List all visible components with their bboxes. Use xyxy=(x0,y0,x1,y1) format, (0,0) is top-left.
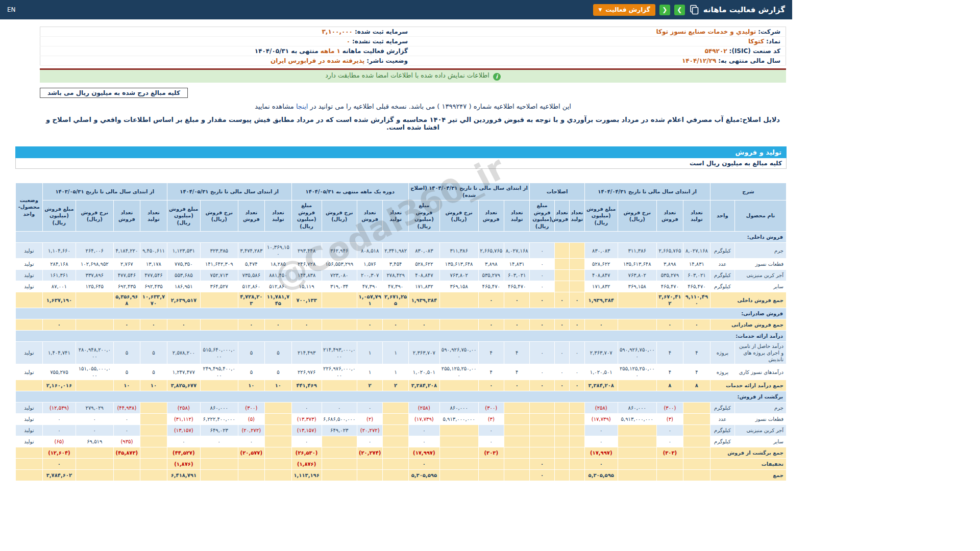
value-cell: ۳۶۴,۵۲۷ xyxy=(200,281,238,292)
value-cell: ۱ xyxy=(383,342,408,364)
value-cell: ۴۷,۳۹۰ xyxy=(357,281,382,292)
company-info-cell: وضعیت ناشر:پذیرفته شده در فرابورس ایران xyxy=(40,56,413,66)
correction-reason: دلایل اصلاح:مبلغ آب مصرفي اعلام شده در م… xyxy=(40,116,786,131)
column-group-header: از ابتدای سال مالی تا تاریخ ۱۴۰۴/۰۴/۳۱ (… xyxy=(408,183,530,201)
value-cell: (۳) xyxy=(478,414,504,425)
value-cell: ۰ xyxy=(357,319,382,331)
unit-cell: کیلوگرم xyxy=(710,403,734,414)
value-cell xyxy=(265,436,292,447)
value-cell: ۱۷۱,۸۳۲ xyxy=(584,281,618,292)
value-cell: ۰ xyxy=(383,319,408,331)
info-value: ۵۴۹۲۰۲ xyxy=(705,47,727,55)
value-cell: ۸۸۱,۴۵۰ xyxy=(265,270,292,281)
value-cell: ۰ xyxy=(167,319,200,331)
value-cell: ۴۷۷,۵۴۶ xyxy=(113,270,140,281)
value-cell xyxy=(618,470,656,481)
value-cell: ۱۴,۸۳۱ xyxy=(504,259,529,270)
value-cell xyxy=(383,414,408,425)
column-header: مبلغ فروش (میلیون ریال) xyxy=(408,201,439,232)
value-cell: ۶,۲۲۲,۴۰۰,۰۰۰ xyxy=(200,414,238,425)
value-cell: ۱ xyxy=(357,364,382,380)
value-cell xyxy=(140,470,167,481)
status-cell: تولید xyxy=(16,243,43,259)
value-cell: ۳,۳۸۴,۲۰۸ xyxy=(408,380,439,391)
value-cell: ۵,۳۰۵,۵۹۵ xyxy=(584,470,618,481)
info-label: شرکت: xyxy=(758,28,780,35)
value-cell: ۰ xyxy=(42,459,76,470)
info-label: سرمایه ثبت شده: xyxy=(355,28,408,35)
amounts-unit-box: کلیه مبالغ درج شده به میلیون ریال می باش… xyxy=(40,88,188,98)
notice-text: اطلاعات نمایش داده شده با اطلاعات امضا ش… xyxy=(325,71,489,79)
product-row: آجر کربن منیزیتیکیلوگرم۰۰۰۰(۲۰,۲۷۲)۶۴۹,۰… xyxy=(16,425,787,436)
production-sales-section: تولید و فروش کلیه مبالغ به میلیون ریال ا… xyxy=(15,146,787,481)
column-header: مبلغ فروش (میلیون ریال) xyxy=(42,201,76,232)
unit-cell: پروژه xyxy=(710,342,734,364)
value-cell xyxy=(439,425,478,436)
value-cell: ۲۵۵,۱۲۵,۲۵۰,۰۰۰ xyxy=(618,364,656,380)
value-cell xyxy=(76,470,113,481)
value-cell: ۷۶۳,۸۰۲ xyxy=(439,270,478,281)
value-cell: ۵ xyxy=(265,364,292,380)
company-info-cell: سال مالی منتهی به:۱۴۰۴/۱۲/۲۹ xyxy=(413,56,786,66)
value-cell xyxy=(238,459,265,470)
value-cell xyxy=(554,459,569,470)
value-cell: ۲۸۴,۱۶۸ xyxy=(42,259,76,270)
value-cell: ۳۱۱,۳۸۶ xyxy=(439,243,478,259)
product-name-cell: جرم xyxy=(735,403,787,414)
value-cell: ۵ xyxy=(113,364,140,380)
section-label: درآمد ارائه خدمات: xyxy=(16,331,787,342)
value-cell: ۴۶۵,۴۷۰ xyxy=(504,281,529,292)
column-group-header: وضعیت محصول- واحد xyxy=(16,183,43,232)
total-row: جمع برگشت از فروش(۳۰۳)(۱۷,۹۹۷)(۳۰۳)(۱۷,۹… xyxy=(16,447,787,459)
value-cell: ۸,۰۲۷,۱۶۸ xyxy=(504,243,529,259)
status-cell: تولید xyxy=(16,436,43,447)
info-value[interactable]: تولیدي و خدمات صنایع نسوز توکا xyxy=(656,28,756,35)
sheet-selector-dropdown[interactable]: گزارش فعالیت ▼ xyxy=(593,4,655,16)
value-cell: ۰ xyxy=(478,292,504,308)
value-cell: ۱,۹۳۹,۳۸۴ xyxy=(408,292,439,308)
value-cell xyxy=(140,425,167,436)
value-cell: ۲,۳۴۱,۹۸۲ xyxy=(383,243,408,259)
value-cell xyxy=(200,380,238,391)
value-cell: ۲۱۴,۴۹۳ xyxy=(291,342,322,364)
info-value[interactable]: کتوکا xyxy=(748,38,764,45)
value-cell: ۴۶۵,۴۷۰ xyxy=(478,281,504,292)
value-cell: ۵۳۵,۲۷۹ xyxy=(478,270,504,281)
value-cell: ۰ xyxy=(683,319,710,331)
value-cell: ۶۹۲,۴۳۵ xyxy=(113,281,140,292)
value-cell: (۱۳,۳۷۳) xyxy=(291,414,322,425)
value-cell: ۸ xyxy=(683,380,710,391)
value-cell xyxy=(140,447,167,459)
value-cell xyxy=(383,459,408,470)
previous-version-link[interactable]: اینجا xyxy=(296,103,308,110)
value-cell: ۱۴,۸۳۱ xyxy=(683,259,710,270)
total-row: جمع فروش صادراتی۰۰۰۰۰۰۰۰۰۰۰۰۰۰۰۰۰۰ xyxy=(16,319,787,331)
value-cell: ۱۵۶,۵۵۳,۲۹۹ xyxy=(322,259,357,270)
prev-sheet-button[interactable]: ❮ xyxy=(659,5,670,15)
next-sheet-button[interactable]: ❯ xyxy=(674,5,685,15)
value-cell xyxy=(265,414,292,425)
value-cell xyxy=(322,380,357,391)
value-cell xyxy=(439,319,478,331)
value-cell: (۲۰,۲۷۴) xyxy=(357,447,382,459)
status-cell xyxy=(16,380,43,391)
value-cell xyxy=(554,403,569,414)
value-cell xyxy=(683,425,710,436)
value-cell: ۸۶۰,۰۰۰ xyxy=(439,403,478,414)
value-cell: ۰ xyxy=(478,425,504,436)
value-cell: ۰ xyxy=(530,243,554,259)
value-cell: ۱۰ xyxy=(140,380,167,391)
status-cell: تولید xyxy=(16,342,43,364)
language-toggle[interactable]: EN xyxy=(7,6,16,13)
value-cell xyxy=(140,436,167,447)
value-cell xyxy=(439,380,478,391)
value-cell: ۰ xyxy=(530,364,554,380)
product-row: جرمکیلوگرم(۳۰۰)۸۶۰,۰۰۰(۲۵۸)(۳۰۰)۸۶۰,۰۰۰(… xyxy=(16,403,787,414)
value-cell: ۱۳,۱۷۸ xyxy=(140,259,167,270)
value-cell: ۳۱۱,۳۸۶ xyxy=(618,243,656,259)
value-cell: (۱۲,۶۰۴) xyxy=(42,447,76,459)
info-value: ۳,۱۰۰,۰۰۰ xyxy=(322,28,353,35)
value-cell: (۵) xyxy=(238,414,265,425)
value-cell xyxy=(357,470,382,481)
value-cell: (۳۰۳) xyxy=(656,447,683,459)
